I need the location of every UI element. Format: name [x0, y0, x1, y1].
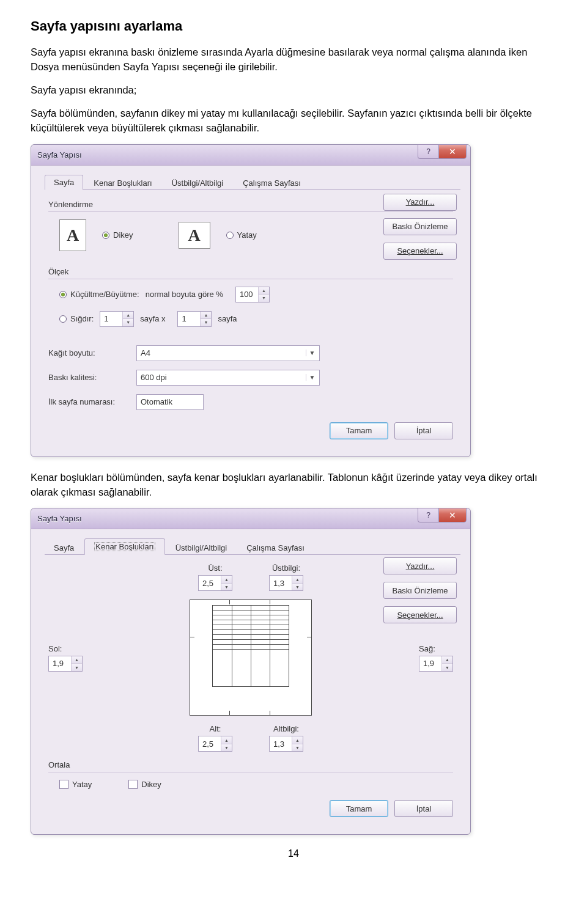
footer-margin-label: Altbilgi:: [273, 724, 299, 733]
dialog-title: Sayfa Yapısı: [37, 150, 82, 160]
center-group-label: Ortala: [48, 760, 453, 769]
tab-kenar[interactable]: Kenar Boşlukları: [84, 538, 164, 555]
landscape-icon: A: [179, 222, 210, 249]
options-button[interactable]: Seçenekler...: [383, 243, 457, 260]
ok-button[interactable]: Tamam: [330, 800, 388, 817]
landscape-radio[interactable]: Yatay: [226, 230, 257, 240]
paper-size-select[interactable]: A4▼: [136, 345, 320, 361]
fit-tail-label: sayfa: [218, 314, 237, 323]
header-margin-spinner[interactable]: 1,3 ▲▼: [269, 575, 303, 591]
scale-group-label: Ölçek: [48, 267, 453, 276]
center-vertical-checkbox[interactable]: Dikey: [128, 780, 161, 789]
heading: Sayfa yapısını ayarlama: [31, 18, 556, 34]
portrait-radio[interactable]: Dikey: [102, 230, 133, 240]
paragraph-2: Sayfa yapısı ekranında;: [31, 83, 556, 98]
tabs: Sayfa Kenar Boşlukları Üstbilgi/Altbilgi…: [45, 174, 460, 190]
tab-kenar[interactable]: Kenar Boşlukları: [84, 175, 161, 190]
close-button[interactable]: ✕: [438, 144, 467, 159]
tab-ustbilgi[interactable]: Üstbilgi/Altbilgi: [166, 540, 237, 555]
tab-sayfa[interactable]: Sayfa: [45, 540, 83, 555]
cancel-button[interactable]: İptal: [394, 800, 453, 817]
footer-margin-spinner[interactable]: 1,3 ▲▼: [269, 736, 303, 752]
print-quality-label: Baskı kalitesi:: [48, 373, 122, 382]
tab-ustbilgi[interactable]: Üstbilgi/Altbilgi: [163, 175, 233, 190]
titlebar: Sayfa Yapısı ? ✕: [31, 508, 470, 529]
help-button[interactable]: ?: [418, 144, 438, 159]
first-page-label: İlk sayfa numarası:: [48, 397, 122, 406]
preview-button[interactable]: Baskı Önizleme: [383, 582, 457, 599]
right-margin-label: Sağ:: [419, 644, 435, 653]
page-number: 14: [31, 848, 556, 859]
page-setup-dialog-sayfa: Sayfa Yapısı ? ✕ Sayfa Kenar Boşlukları …: [31, 144, 471, 457]
zoom-spinner[interactable]: 100 ▲▼: [235, 287, 270, 302]
dialog-title: Sayfa Yapısı: [37, 514, 82, 523]
top-margin-spinner[interactable]: 2,5 ▲▼: [198, 575, 232, 591]
bottom-margin-spinner[interactable]: 2,5 ▲▼: [198, 736, 232, 752]
paragraph-3: Sayfa bölümünden, sayfanın dikey mi yata…: [31, 106, 556, 136]
fit-height-spinner[interactable]: 1 ▲▼: [177, 311, 212, 327]
titlebar: Sayfa Yapısı ? ✕: [31, 145, 470, 166]
center-horizontal-checkbox[interactable]: Yatay: [59, 780, 92, 789]
tab-sayfa[interactable]: Sayfa: [45, 175, 83, 190]
header-margin-label: Üstbilgi:: [272, 563, 300, 573]
close-button[interactable]: ✕: [438, 508, 467, 522]
options-button[interactable]: Seçenekler...: [383, 606, 457, 623]
cancel-button[interactable]: İptal: [394, 422, 453, 439]
page-setup-dialog-kenar: Sayfa Yapısı ? ✕ Sayfa Kenar Boşlukları …: [31, 508, 471, 835]
paper-size-label: Kağıt boyutu:: [48, 348, 122, 358]
print-quality-select[interactable]: 600 dpi▼: [136, 370, 320, 386]
bottom-margin-label: Alt:: [210, 724, 221, 733]
tab-calisma[interactable]: Çalışma Sayfası: [234, 175, 310, 190]
print-button[interactable]: Yazdır...: [383, 557, 457, 574]
fit-width-spinner[interactable]: 1 ▲▼: [100, 311, 134, 327]
margin-preview: [190, 600, 312, 716]
paragraph-4: Kenar boşlukları bölümünden, sayfa kenar…: [31, 471, 556, 500]
portrait-icon: A: [59, 219, 86, 251]
fit-mid-label: sayfa x: [140, 314, 165, 323]
fit-radio[interactable]: Sığdır:: [59, 314, 94, 323]
ok-button[interactable]: Tamam: [330, 422, 388, 439]
tabs: Sayfa Kenar Boşlukları Üstbilgi/Altbilgi…: [45, 538, 460, 555]
first-page-input[interactable]: Otomatik: [136, 394, 204, 410]
preview-button[interactable]: Baskı Önizleme: [383, 218, 457, 235]
paragraph-1: Sayfa yapısı ekranına baskı önizleme sır…: [31, 45, 556, 75]
zoom-radio[interactable]: Küçültme/Büyütme:: [59, 290, 139, 299]
tab-calisma[interactable]: Çalışma Sayfası: [237, 540, 314, 555]
print-button[interactable]: Yazdır...: [383, 194, 457, 211]
top-margin-label: Üst:: [208, 563, 222, 573]
left-margin-label: Sol:: [48, 644, 62, 653]
left-margin-spinner[interactable]: 1,9 ▲▼: [48, 656, 83, 672]
right-margin-spinner[interactable]: 1,9 ▲▼: [419, 656, 453, 672]
zoom-desc: normal boyuta göre %: [146, 290, 223, 299]
help-button[interactable]: ?: [418, 508, 438, 522]
